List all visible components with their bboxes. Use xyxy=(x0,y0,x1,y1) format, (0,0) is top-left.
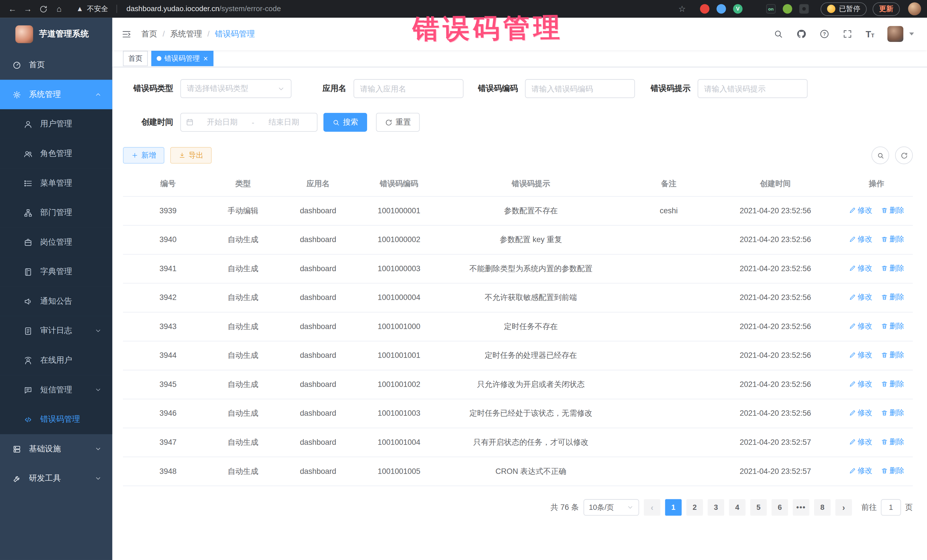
dashboard-icon xyxy=(12,61,21,69)
export-button[interactable]: 导出 xyxy=(170,147,212,164)
search-button[interactable]: 搜索 xyxy=(324,113,367,132)
next-page-button[interactable]: › xyxy=(836,499,852,516)
edit-link[interactable]: 修改 xyxy=(849,204,872,217)
sidebar-item-dict[interactable]: 字典管理 xyxy=(0,257,112,287)
update-label: 更新 xyxy=(879,4,894,14)
browser-avatar[interactable] xyxy=(908,2,921,15)
search-icon[interactable] xyxy=(774,29,784,39)
cell-code: 1001000002 xyxy=(363,225,435,254)
back-icon[interactable]: ← xyxy=(6,4,19,14)
extension-grid-icon[interactable] xyxy=(749,4,759,14)
edit-link[interactable]: 修改 xyxy=(849,320,872,333)
edit-link[interactable]: 修改 xyxy=(849,378,872,391)
page-button-8[interactable]: 8 xyxy=(814,499,831,516)
page-button-6[interactable]: 6 xyxy=(772,499,788,516)
chevron-down-icon[interactable] xyxy=(909,32,914,35)
sidebar-item-error-code[interactable]: 错误码管理 xyxy=(0,405,112,434)
sidebar-item-audit-log[interactable]: 审计日志 xyxy=(0,316,112,346)
error-type-select[interactable]: 请选择错误码类型 xyxy=(180,79,292,98)
error-msg-input[interactable] xyxy=(698,79,808,98)
pagination-ellipsis[interactable]: ••• xyxy=(793,499,809,516)
date-range-picker[interactable]: 开始日期 - 结束日期 xyxy=(180,113,318,132)
extension-on-icon[interactable]: on xyxy=(766,4,775,14)
delete-link[interactable]: 删除 xyxy=(880,291,904,304)
reload-icon[interactable] xyxy=(39,5,48,14)
app-logo[interactable]: 芋道管理系统 xyxy=(0,18,112,50)
trash-icon xyxy=(880,236,887,243)
cell-id: 3946 xyxy=(123,399,213,428)
sidebar-item-dept[interactable]: 部门管理 xyxy=(0,198,112,228)
edit-link[interactable]: 修改 xyxy=(849,233,872,246)
add-button[interactable]: 新增 xyxy=(123,147,164,164)
vue-devtools-icon[interactable]: V xyxy=(733,4,742,14)
url-bar[interactable]: dashboard.yudao.iocoder.cn/system/error-… xyxy=(121,2,692,16)
delete-link[interactable]: 删除 xyxy=(880,436,904,449)
sidebar-item-user[interactable]: 用户管理 xyxy=(0,109,112,139)
page-button-3[interactable]: 3 xyxy=(708,499,724,516)
page-size-select[interactable]: 10条/页 xyxy=(584,499,639,516)
delete-link[interactable]: 删除 xyxy=(880,262,904,275)
prev-page-button[interactable]: ‹ xyxy=(644,499,660,516)
chevron-down-icon xyxy=(95,386,102,393)
breadcrumb-separator: / xyxy=(207,30,210,38)
edit-link[interactable]: 修改 xyxy=(849,348,872,361)
app-name-input[interactable] xyxy=(353,79,464,98)
sidebar-item-home[interactable]: 首页 xyxy=(0,50,112,80)
page-button-4[interactable]: 4 xyxy=(729,499,746,516)
tab-首页[interactable]: 首页 xyxy=(123,51,148,66)
breadcrumb-item[interactable]: 系统管理 xyxy=(170,29,202,39)
help-icon[interactable]: ? xyxy=(819,29,830,39)
edit-link[interactable]: 修改 xyxy=(849,436,872,449)
extension-blue-icon[interactable] xyxy=(716,4,726,14)
edit-link[interactable]: 修改 xyxy=(849,464,872,477)
error-code-input[interactable] xyxy=(525,79,635,98)
edit-link[interactable]: 修改 xyxy=(849,291,872,304)
close-icon[interactable]: × xyxy=(204,55,208,62)
extension-green-icon[interactable] xyxy=(783,4,792,14)
breadcrumb-item[interactable]: 首页 xyxy=(141,29,157,39)
show-search-button[interactable] xyxy=(871,147,889,164)
edit-link[interactable]: 修改 xyxy=(849,262,872,275)
profile-paused-chip[interactable]: 已暂停 xyxy=(821,2,867,16)
url-host: dashboard.yudao.iocoder.cn xyxy=(126,5,219,13)
delete-link[interactable]: 删除 xyxy=(880,378,904,391)
sidebar-item-online-user[interactable]: 在线用户 xyxy=(0,346,112,375)
bookmark-star-icon[interactable]: ☆ xyxy=(678,4,686,14)
fullscreen-icon[interactable] xyxy=(843,29,853,39)
tab-错误码管理[interactable]: 错误码管理× xyxy=(152,51,213,66)
delete-link[interactable]: 删除 xyxy=(880,320,904,333)
sidebar-item-role[interactable]: 角色管理 xyxy=(0,139,112,168)
sidebar-item-notice[interactable]: 通知公告 xyxy=(0,287,112,316)
delete-link[interactable]: 删除 xyxy=(880,464,904,477)
extension-red-icon[interactable] xyxy=(700,4,710,14)
user-avatar[interactable] xyxy=(887,26,903,42)
goto-page-input[interactable] xyxy=(881,499,901,516)
page-button-2[interactable]: 2 xyxy=(686,499,703,516)
home-icon[interactable]: ⌂ xyxy=(53,4,65,14)
edit-link[interactable]: 修改 xyxy=(849,406,872,419)
forward-icon[interactable]: → xyxy=(21,4,35,14)
pinned-extension-icon[interactable] xyxy=(799,4,808,14)
delete-link[interactable]: 删除 xyxy=(880,204,904,217)
delete-link[interactable]: 删除 xyxy=(880,406,904,419)
reset-button[interactable]: 重置 xyxy=(376,113,419,132)
table-tools xyxy=(871,147,913,164)
sidebar-item-dev-tools[interactable]: 研发工具 xyxy=(0,464,112,493)
security-indicator[interactable]: ▲ 不安全 xyxy=(68,4,112,14)
delete-link[interactable]: 删除 xyxy=(880,348,904,361)
sidebar-item-menu[interactable]: 菜单管理 xyxy=(0,168,112,198)
cell-id: 3944 xyxy=(123,341,213,370)
column-header: 备注 xyxy=(627,173,711,196)
hamburger-icon[interactable] xyxy=(121,29,132,39)
sidebar-item-post[interactable]: 岗位管理 xyxy=(0,228,112,257)
page-button-1[interactable]: 1 xyxy=(665,499,682,516)
font-size-icon[interactable]: TT xyxy=(866,30,874,38)
github-icon[interactable] xyxy=(797,29,807,39)
page-button-5[interactable]: 5 xyxy=(750,499,767,516)
sidebar-item-sms[interactable]: 短信管理 xyxy=(0,375,112,405)
refresh-table-button[interactable] xyxy=(895,147,913,164)
delete-link[interactable]: 删除 xyxy=(880,233,904,246)
sidebar-item-system[interactable]: 系统管理 xyxy=(0,80,112,109)
sidebar-item-infra[interactable]: 基础设施 xyxy=(0,434,112,464)
update-button[interactable]: 更新 xyxy=(872,2,900,16)
